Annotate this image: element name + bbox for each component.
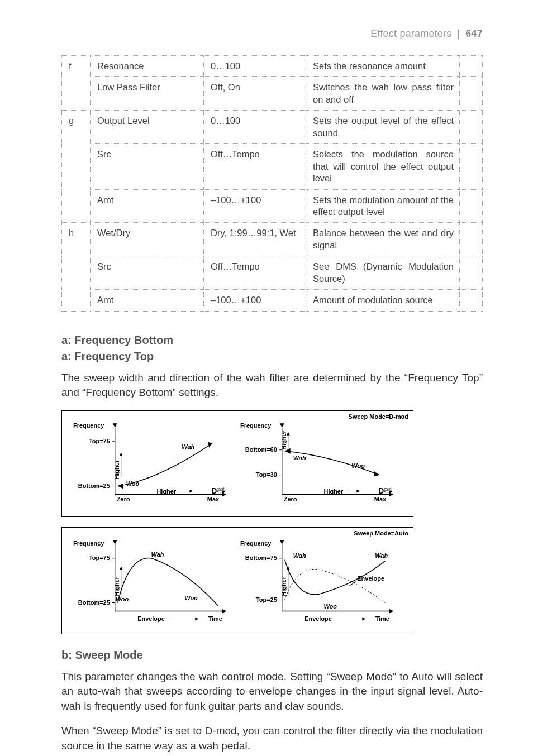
- svg-text:mod: mod: [217, 486, 225, 490]
- tick-label: Bottom=25: [78, 482, 110, 489]
- axis-higher-y: Higher: [280, 576, 287, 596]
- axis-label-x: Time: [375, 616, 389, 623]
- axis-higher-x: Higher: [324, 487, 344, 494]
- group-index: f: [62, 56, 91, 111]
- param-name: Output Level: [91, 111, 204, 144]
- curve-label: Woo: [324, 603, 337, 610]
- param-name: Src: [91, 144, 204, 189]
- tick-label: Top=75: [89, 438, 110, 444]
- group-index: h: [62, 223, 91, 311]
- svg-text:mod: mod: [384, 486, 392, 490]
- chart-auto: text{font-family:Arial;fill:#000} .lab{f…: [62, 528, 413, 633]
- param-desc: Selects the modulation source that will …: [306, 144, 460, 189]
- tick-label: Zero: [284, 496, 297, 503]
- svg-marker-5: [208, 442, 212, 448]
- axis-label-y: Frequency: [73, 540, 104, 547]
- param-desc: See DMS (Dynamic Modulation Source): [306, 256, 460, 290]
- group-index: g: [62, 111, 91, 223]
- subheading-b: b: Sweep Mode: [61, 649, 483, 662]
- curve-label: Wah: [293, 552, 306, 559]
- table-tail: [460, 77, 483, 111]
- curve-label: Wah: [182, 443, 194, 450]
- param-desc: Switches the wah low pass filter on and …: [306, 77, 460, 111]
- curve-label: Woo: [126, 480, 140, 486]
- table-tail: [460, 111, 483, 144]
- running-header: Effect parameters | 647: [61, 28, 483, 40]
- tick-label: Bottom=75: [245, 554, 277, 561]
- param-desc: Sets the output level of the effect soun…: [306, 111, 460, 144]
- param-range: Dry, 1:99…99:1, Wet: [204, 223, 306, 256]
- param-name: Resonance: [91, 56, 204, 77]
- tick-label: Top=30: [256, 471, 277, 477]
- svg-marker-15: [374, 471, 379, 476]
- axis-label-y: Frequency: [240, 422, 272, 429]
- parameter-table: f Resonance 0…100 Sets the resonance amo…: [61, 55, 483, 312]
- axis-higher-y: Higher: [280, 430, 287, 449]
- axis-higher-y: Higher: [113, 460, 120, 479]
- dmod-icon: D mod: [378, 486, 392, 495]
- axis-label-y: Frequency: [240, 540, 272, 547]
- paragraph: This parameter changes the wah control m…: [61, 669, 483, 714]
- subheading-a2: a: Frequency Top: [61, 350, 483, 363]
- param-range: –100…+100: [204, 290, 306, 311]
- param-desc: Amount of modulation source: [306, 290, 460, 311]
- param-range: 0…100: [204, 111, 306, 144]
- param-range: Off…Tempo: [204, 256, 306, 290]
- header-section: Effect parameters: [370, 28, 451, 40]
- param-desc: Sets the modulation amount of the effect…: [306, 189, 460, 223]
- curve-label: Wah: [293, 454, 306, 461]
- param-name: Src: [91, 256, 204, 290]
- axis-higher-x: Higher: [156, 487, 176, 494]
- axis-label-y: Frequency: [73, 422, 104, 429]
- svg-text:D: D: [378, 486, 384, 495]
- param-name: Wet/Dry: [91, 223, 204, 256]
- axis-caption: Envelope: [137, 616, 165, 623]
- tick-label: Zero: [117, 496, 130, 503]
- param-range: 0…100: [204, 56, 306, 77]
- param-desc: Sets the resonance amount: [306, 56, 460, 77]
- curve-label: Woo: [184, 595, 198, 601]
- paragraph: The sweep width and direction of the wah…: [61, 371, 483, 400]
- table-tail: [460, 144, 483, 189]
- chart-title: Sweep Mode=D-mod: [349, 413, 408, 420]
- diagram-dmod: text{font-family:Arial;fill:#000} .lab{f…: [61, 410, 413, 517]
- tick-label: Max: [374, 496, 387, 503]
- tick-label: Bottom=25: [78, 599, 110, 606]
- header-separator: |: [457, 28, 460, 40]
- tick-label: Top=25: [256, 596, 277, 603]
- tick-label: Top=75: [89, 554, 110, 561]
- diagram-auto: text{font-family:Arial;fill:#000} .lab{f…: [61, 527, 413, 634]
- param-range: –100…+100: [204, 189, 306, 223]
- param-name: Low Pass Filter: [91, 77, 204, 111]
- curve-label: Woo: [351, 462, 365, 468]
- table-tail: [460, 189, 483, 223]
- page-number: 647: [465, 28, 483, 40]
- curve-label: Woo: [116, 596, 129, 602]
- curve-label: Wah: [375, 552, 388, 559]
- paragraph: When “Sweep Mode” is set to D-mod, you c…: [61, 724, 483, 753]
- dmod-icon: D mod: [211, 486, 225, 495]
- curve-label: Wah: [151, 551, 164, 558]
- table-tail: [460, 290, 483, 311]
- chart-title: Sweep Mode=Auto: [354, 530, 408, 537]
- tick-label: Bottom=60: [245, 446, 277, 453]
- curve-label: Envelope: [357, 575, 384, 582]
- param-range: Off…Tempo: [204, 144, 306, 189]
- table-tail: [460, 256, 483, 290]
- axis-caption: Envelope: [304, 616, 332, 623]
- param-name: Amt: [91, 189, 204, 223]
- axis-higher-y: Higher: [113, 576, 120, 596]
- param-name: Amt: [91, 290, 204, 311]
- svg-text:D: D: [211, 486, 217, 495]
- chart-dmod: text{font-family:Arial;fill:#000} .lab{f…: [62, 411, 413, 516]
- param-range: Off, On: [204, 77, 306, 111]
- svg-marker-6: [118, 483, 123, 489]
- subheading-a1: a: Frequency Bottom: [61, 334, 483, 347]
- table-tail: [460, 223, 483, 256]
- param-desc: Balance between the wet and dry signal: [306, 223, 460, 256]
- tick-label: Max: [207, 496, 220, 503]
- axis-label-x: Time: [208, 616, 222, 623]
- table-tail: [460, 56, 483, 77]
